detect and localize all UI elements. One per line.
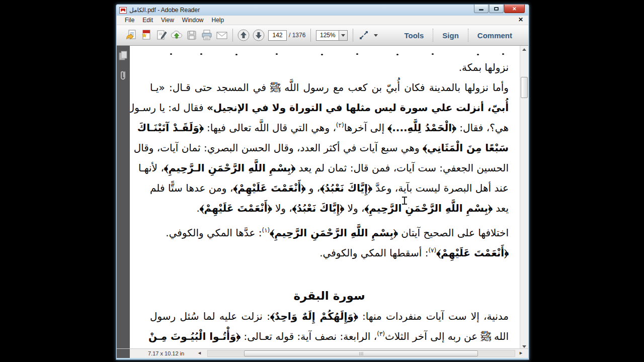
attachments-icon: [119, 70, 127, 81]
minimize-button[interactable]: [474, 5, 489, 13]
close-button[interactable]: ✕: [504, 5, 525, 13]
document-line: هي؟، فقال: ﴿الْحَمْدُ لِلَّهِ....﴾ إلى آ…: [150, 118, 509, 138]
cloud-upload-icon: [170, 29, 183, 41]
quran-quote: ﴿بِسْمِ اللَّهِ الرَّحْمَنِ الرَّحِيمِ﴾: [270, 227, 398, 239]
fit-window-icon: [358, 30, 369, 41]
title-bar[interactable]: الكامل.pdf - Adobe Reader ✕: [116, 5, 529, 16]
quran-quote: ﴿أَنْعَمْتَ عَلَيْهِمْ﴾: [200, 202, 272, 214]
previous-page-button[interactable]: [236, 28, 251, 43]
scroll-left-button[interactable]: ◄: [197, 350, 202, 355]
close-document-icon[interactable]: ✕: [518, 16, 523, 23]
menu-bar: File Edit View Window Help ✕: [117, 16, 528, 25]
text-segment: هي؟، فقال:: [456, 122, 509, 134]
quran-quote: ﴿وَإِلَهُكُمْ إِلَهٌ وَاحِدٌ﴾: [270, 310, 358, 322]
text-segment: وأما نزولها بالمدينة فكان أُبيّ بن كعب م…: [280, 81, 509, 94]
page-size-label: 7.17 x 10.12 in: [148, 350, 184, 356]
quran-quote: أُبيّ، أنزلت علي سورة ليس مثلها في التور…: [207, 102, 509, 114]
sign-document-icon: [155, 29, 168, 41]
document-line: نزولها بمكة.: [150, 57, 509, 77]
previous-page-icon: [237, 29, 250, 42]
text-segment: ، الرابعة: نصف آية: قوله تعـالى:: [240, 330, 377, 342]
menu-file[interactable]: File: [121, 16, 138, 25]
menu-help[interactable]: Help: [208, 16, 228, 25]
sign-document-button[interactable]: [154, 28, 169, 43]
print-button[interactable]: [199, 28, 214, 43]
text-segment: ، لأنهـا: [138, 162, 164, 174]
text-cursor: [401, 197, 408, 205]
sign-button[interactable]: Sign: [433, 28, 468, 43]
zoom-level-value[interactable]: 125%: [316, 31, 339, 40]
arrow-down-icon: [522, 345, 526, 348]
window-title: الكامل.pdf - Adobe Reader: [129, 7, 200, 14]
menu-window[interactable]: Window: [178, 16, 208, 25]
text-segment: : نزلت عليه لما سُئل رسول: [150, 310, 270, 322]
document-area: نزولها بمكة.وأما نزولها بالمدينة فكان أُ…: [117, 46, 528, 350]
page-thumbnails-button[interactable]: [119, 51, 128, 61]
adobe-reader-window: الكامل.pdf - Adobe Reader ✕ File Edit Vi…: [116, 4, 529, 360]
footnote-marker: (٢): [336, 122, 344, 129]
horizontal-scrollbar[interactable]: [207, 350, 515, 357]
document-line: سَبْعًا مِنَ الْمَثَانِي﴾ وهي سبع آيات ف…: [150, 138, 509, 158]
text-segment: الله: [491, 330, 509, 342]
page-thumbnails-icon: [119, 51, 128, 61]
quran-quote: ﴿أَنْعَمْتَ عَلَيْهِمْ﴾: [436, 247, 509, 259]
pdf-page[interactable]: نزولها بمكة.وأما نزولها بالمدينة فكان أُ…: [130, 46, 520, 350]
document-line: الحسين الجعفي: ست آيات، فمن قال: ثمان لم…: [150, 158, 509, 178]
text-segment: ، ومن عدها ستًّا فلم: [150, 182, 233, 194]
toolbar-separator: [353, 29, 353, 42]
menu-edit[interactable]: Edit: [138, 16, 157, 25]
next-page-button[interactable]: [251, 28, 266, 43]
vertical-scroll-thumb[interactable]: [521, 77, 528, 98]
footnote-marker: (٣): [377, 330, 385, 337]
footnote-marker: (٧): [428, 247, 436, 254]
text-segment: فقال له: يا رسـول اللَّـه ومـا: [130, 102, 207, 114]
create-pdf-button[interactable]: [139, 28, 154, 43]
quran-quote: ﴿بِسْمِ اللَّهِ الرَّحْمَنِ الـرَّحِيمِ﴾: [164, 162, 295, 174]
attachments-button[interactable]: [119, 70, 127, 81]
page-number-input[interactable]: 142: [268, 30, 287, 41]
document-line: عند أهل البصرة ليست بآية، وعدَّ ﴿إِيَّاك…: [150, 178, 509, 198]
save-button[interactable]: [184, 28, 199, 43]
scroll-right-button[interactable]: ►: [519, 350, 523, 355]
menu-view[interactable]: View: [157, 16, 178, 25]
footnote-marker: (١): [262, 227, 270, 234]
document-line: الله ﷺ عن ربه إلى آخر الثلاث(٣)، الرابعة…: [150, 326, 509, 346]
cloud-upload-button[interactable]: [169, 28, 184, 43]
document-line: ﴿أَنْعَمْتَ عَلَيْهِمْ﴾(٧): أسقطها المكي…: [150, 243, 509, 263]
quran-quote: ﴿إِيَّاكَ نَعْبُدُ﴾: [320, 182, 372, 194]
window-bottom-frame: [116, 358, 529, 359]
surah-heading: سورة البقرة: [150, 285, 509, 306]
toolbar-separator: [232, 29, 233, 42]
tools-button[interactable]: Tools: [395, 28, 433, 43]
horizontal-scroll-thumb[interactable]: [244, 350, 478, 356]
document-line: وأما نزولها بالمدينة فكان أُبيّ بن كعب م…: [150, 77, 509, 98]
text-segment: مدنية، إلا ست آيات منفردات منها:: [358, 310, 509, 322]
vertical-scrollbar[interactable]: [520, 46, 528, 350]
toolbar-more-button[interactable]: [371, 28, 380, 43]
quran-quote: ﴿أَنْعَمْتَ عَلَيْهِمْ﴾: [233, 182, 305, 194]
minimize-icon: [479, 9, 484, 11]
text-segment: الحسين الجعفي: ست آيات، فمن قال: ثمان لم…: [295, 162, 509, 174]
text-segment: ﷺ: [270, 81, 280, 94]
document-line: مدنية، إلا ست آيات منفردات منها: ﴿وَإِلَ…: [150, 306, 509, 326]
quran-quote: ﴿وَلَقَـدْ آتَيْنَـاكَ: [137, 122, 204, 134]
status-bar: 7.17 x 10.12 in ◄ ►: [117, 348, 528, 358]
email-icon: [215, 30, 228, 41]
scroll-grip-icon: [359, 352, 363, 355]
maximize-button[interactable]: [489, 5, 504, 13]
open-icon: [125, 29, 137, 41]
fit-window-button[interactable]: [356, 28, 371, 43]
text-segment: في المسجد حتى قـال: «يـا: [150, 81, 270, 94]
text-segment: يعد: [493, 202, 509, 214]
scroll-up-button[interactable]: [520, 46, 528, 53]
navigation-pane-corner: [117, 349, 130, 358]
navigation-pane: [117, 46, 130, 350]
open-button[interactable]: [124, 28, 139, 43]
comment-button[interactable]: Comment: [468, 28, 521, 43]
print-icon: [201, 29, 213, 41]
next-page-icon: [252, 29, 265, 42]
text-segment: عند أهل البصرة ليست بآية، وعدَّ: [372, 182, 509, 194]
zoom-dropdown-button[interactable]: [339, 31, 347, 40]
text-segment: ، ولا: [344, 202, 364, 214]
email-button[interactable]: [214, 28, 229, 43]
